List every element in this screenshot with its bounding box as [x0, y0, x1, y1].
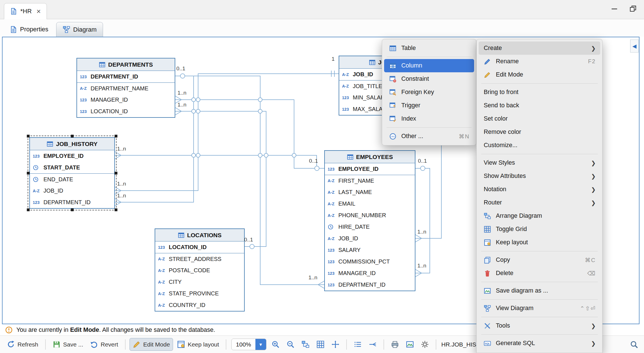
menu-item-label: View Styles	[484, 159, 515, 166]
show-attributes-button[interactable]	[351, 338, 365, 350]
entity-column[interactable]: 123EMPLOYEE_ID	[30, 150, 114, 162]
entity-column[interactable]: A-ZSTATE_PROVINCE	[155, 288, 244, 299]
entity-column[interactable]: 123DEPARTMENT_ID	[325, 279, 415, 291]
menu-item-set-color[interactable]: Set color	[479, 112, 600, 125]
selection-handle[interactable]	[27, 208, 30, 211]
settings-button[interactable]	[418, 338, 432, 350]
keep-layout-button[interactable]: Keep layout	[174, 338, 222, 350]
save-button[interactable]: Save ...	[50, 338, 86, 350]
zoom-dropdown-icon[interactable]: ▾	[255, 339, 266, 350]
menu-item-edit-mode[interactable]: Edit Mode	[479, 68, 600, 81]
menu-item-keep-layout[interactable]: Keep layout	[479, 236, 600, 249]
column-name: POSTAL_CODE	[169, 267, 210, 274]
menu-item-bring-to-front[interactable]: Bring to front	[479, 86, 600, 99]
revert-button[interactable]: Revert	[87, 338, 121, 350]
collapse-palette-button[interactable]: ◀	[630, 40, 639, 53]
pan-mode-button[interactable]	[328, 338, 342, 350]
menu-item-other[interactable]: OBJOther ...⌘N	[384, 130, 474, 143]
zoom-in-button[interactable]	[269, 338, 282, 350]
toggle-grid-button[interactable]	[314, 338, 327, 350]
num-type-icon: 123	[80, 98, 91, 102]
menu-item-column[interactable]: Column	[384, 59, 474, 72]
selection-handle[interactable]	[115, 135, 117, 138]
entity-column[interactable]: 123MANAGER_ID	[77, 94, 175, 106]
edit-mode-button[interactable]: Edit Mode	[130, 338, 173, 351]
notation-button[interactable]	[366, 338, 380, 350]
menu-item-view-diagram[interactable]: View Diagram⌃⇧⏎	[479, 302, 600, 315]
auto-layout-button[interactable]	[299, 338, 312, 350]
menu-item-copy[interactable]: Copy⌘C	[479, 253, 600, 267]
entity-column[interactable]: A-ZPHONE_NUMBER	[325, 210, 415, 221]
restore-icon[interactable]	[629, 5, 637, 12]
menu-item-trigger[interactable]: Trigger	[384, 99, 474, 112]
pencil-yellow-icon	[484, 71, 492, 79]
tab-diagram[interactable]: Diagram	[56, 22, 103, 37]
entity-column[interactable]: A-ZJOB_ID	[30, 185, 114, 197]
menu-item-foreign-key[interactable]: Foreign Key	[384, 86, 474, 99]
entity-employees[interactable]: EMPLOYEES123EMPLOYEE_IDA-ZFIRST_NAMEA-ZL…	[324, 150, 415, 291]
menu-item-show-attributes[interactable]: Show Attributes❯	[479, 169, 600, 183]
entity-column[interactable]: 123LOCATION_ID	[77, 106, 175, 117]
menu-item-label: Table	[401, 45, 416, 52]
entity-column[interactable]: END_DATE	[30, 173, 114, 185]
editor-tab-hr[interactable]: *HR ×	[4, 3, 47, 19]
selection-handle[interactable]	[27, 135, 30, 138]
entity-column[interactable]: A-ZSTREET_ADDRESS	[155, 253, 244, 265]
menu-item-create[interactable]: Create❯	[479, 42, 600, 55]
menu-item-rename[interactable]: RenameF2	[479, 55, 600, 68]
column-name: MANAGER_ID	[338, 270, 376, 276]
entity-column[interactable]: HIRE_DATE	[325, 221, 415, 233]
entity-column[interactable]: 123COMMISSION_PCT	[325, 256, 415, 267]
close-tab-icon[interactable]: ×	[36, 8, 41, 15]
zoom-select[interactable]: 100%▾	[231, 339, 266, 350]
menu-item-delete[interactable]: Delete⌫	[479, 267, 600, 280]
entity-departments[interactable]: DEPARTMENTS123DEPARTMENT_IDA-ZDEPARTMENT…	[76, 58, 175, 118]
menu-item-save-diagram-as[interactable]: Save diagram as ...	[479, 284, 600, 297]
menu-item-arrange-diagram[interactable]: Arrange Diagram	[479, 209, 600, 223]
selection-handle[interactable]	[115, 172, 117, 175]
menu-item-view-styles[interactable]: View Styles❯	[479, 156, 600, 169]
menu-item-table[interactable]: Table	[384, 42, 474, 55]
tab-properties-label: Properties	[20, 26, 48, 33]
entity-job-history[interactable]: JOB_HISTORY123EMPLOYEE_IDSTART_DATEEND_D…	[29, 137, 115, 209]
menu-item-toggle-grid[interactable]: Toggle Grid	[479, 223, 600, 236]
menu-item-remove-color[interactable]: Remove color	[479, 125, 600, 139]
pencil-blue-icon	[484, 58, 492, 65]
selection-handle[interactable]	[27, 172, 30, 175]
entity-column[interactable]: 123EMPLOYEE_ID	[325, 163, 415, 175]
entity-column[interactable]: START_DATE	[30, 162, 114, 173]
entity-column[interactable]: A-ZFIRST_NAME	[325, 175, 415, 186]
entity-column[interactable]: A-ZLAST_NAME	[325, 186, 415, 198]
selection-handle[interactable]	[115, 208, 117, 211]
menu-item-customize[interactable]: Customize...	[479, 139, 600, 152]
menu-item-router[interactable]: Router❯	[479, 196, 600, 209]
menu-item-tools[interactable]: Tools❯	[479, 319, 600, 332]
export-image-button[interactable]	[403, 338, 417, 350]
zoom-out-button[interactable]	[284, 338, 297, 350]
selection-handle[interactable]	[71, 208, 74, 211]
entity-column[interactable]: 123DEPARTMENT_ID	[30, 197, 114, 208]
refresh-button[interactable]: Refresh	[4, 338, 41, 350]
entity-column[interactable]: A-ZPOSTAL_CODE	[155, 265, 244, 276]
menu-item-constraint[interactable]: Constraint	[384, 72, 474, 86]
menu-item-notation[interactable]: Notation❯	[479, 183, 600, 196]
entity-column[interactable]: A-ZCOUNTRY_ID	[155, 299, 244, 311]
menu-item-label: Delete	[496, 270, 513, 277]
entity-column[interactable]: A-ZCITY	[155, 276, 244, 288]
entity-locations[interactable]: LOCATIONS123LOCATION_IDA-ZSTREET_ADDRESS…	[155, 228, 245, 311]
tab-properties[interactable]: Properties	[3, 22, 54, 37]
minimize-icon[interactable]	[611, 5, 618, 12]
entity-column[interactable]: A-ZEMAIL	[325, 198, 415, 210]
entity-column[interactable]: A-ZDEPARTMENT_NAME	[77, 82, 175, 94]
menu-item-send-to-back[interactable]: Send to back	[479, 99, 600, 112]
print-button[interactable]	[388, 338, 402, 350]
entity-column[interactable]: A-ZJOB_ID	[325, 233, 415, 244]
entity-column[interactable]: 123SALARY	[325, 244, 415, 256]
selection-handle[interactable]	[71, 135, 74, 138]
entity-column[interactable]: 123MANAGER_ID	[325, 267, 415, 279]
entity-column[interactable]: 123LOCATION_ID	[155, 241, 244, 253]
search-icon[interactable]	[630, 340, 638, 349]
menu-item-generate-sql[interactable]: SQLGenerate SQL❯	[479, 337, 600, 350]
entity-column[interactable]: 123DEPARTMENT_ID	[77, 71, 175, 82]
menu-item-index[interactable]: Index	[384, 112, 474, 125]
